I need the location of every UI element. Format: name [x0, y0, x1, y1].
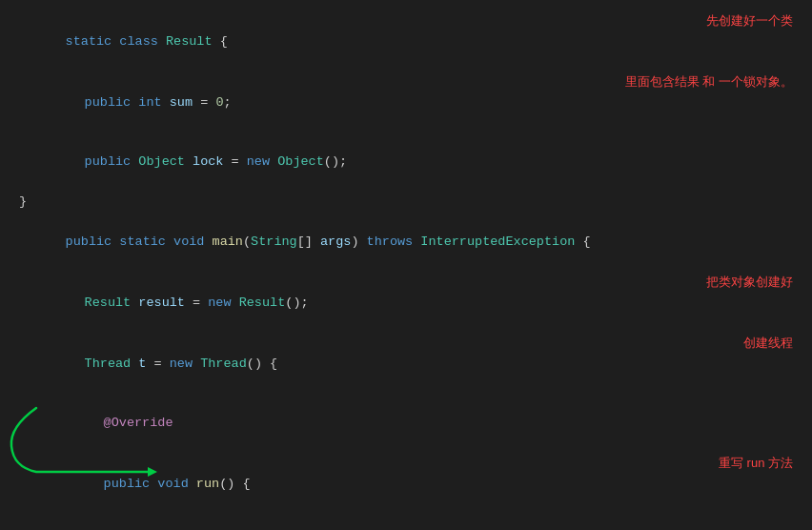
annotation-3: 把类对象创建好 — [706, 273, 793, 292]
code-area: static class Result { 先创建好一个类 public int… — [0, 0, 812, 530]
code-line-2: public int sum = 0; 里面包含结果 和 一个锁对象。 — [19, 72, 793, 133]
code-line-9: public void run() { 重写 run 方法 — [19, 454, 793, 515]
code-line-10: int sum = 0; — [19, 515, 793, 530]
code-line-1: static class Result { 先创建好一个类 — [19, 11, 793, 72]
annotation-4: 创建线程 — [743, 334, 793, 353]
annotation-1: 先创建好一个类 — [706, 11, 793, 31]
code-line-5: public static void main(String[] args) t… — [19, 213, 793, 273]
annotation-2: 里面包含结果 和 一个锁对象。 — [625, 72, 793, 92]
code-line-4: } — [19, 193, 793, 213]
code-line-7: Thread t = new Thread() { 创建线程 — [19, 334, 793, 395]
annotation-5: 重写 run 方法 — [719, 454, 793, 473]
code-line-6: Result result = new Result(); 把类对象创建好 — [19, 273, 793, 334]
code-line-3: public Object lock = new Object(); — [19, 133, 793, 194]
code-line-8: @Override — [19, 395, 793, 455]
